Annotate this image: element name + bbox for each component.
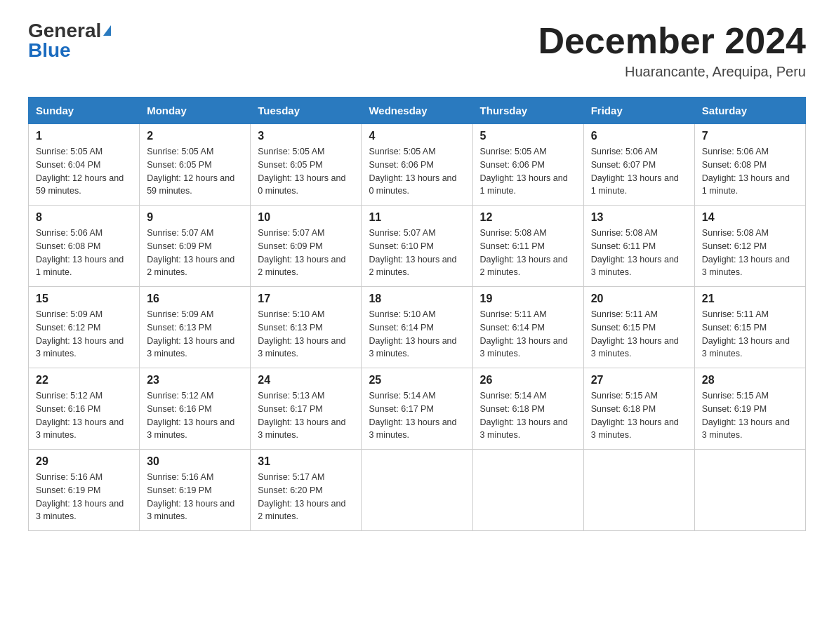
- calendar-cell: 15Sunrise: 5:09 AMSunset: 6:12 PMDayligh…: [29, 287, 140, 368]
- calendar-cell: 13Sunrise: 5:08 AMSunset: 6:11 PMDayligh…: [583, 206, 694, 287]
- weekday-header-friday: Friday: [583, 98, 694, 124]
- day-number: 18: [369, 293, 465, 305]
- day-number: 30: [147, 455, 243, 468]
- day-number: 15: [36, 293, 132, 305]
- calendar-cell: 10Sunrise: 5:07 AMSunset: 6:09 PMDayligh…: [251, 206, 362, 287]
- day-info: Sunrise: 5:16 AMSunset: 6:19 PMDaylight:…: [36, 471, 132, 523]
- calendar-cell: 23Sunrise: 5:12 AMSunset: 6:16 PMDayligh…: [140, 368, 251, 450]
- calendar-cell: 5Sunrise: 5:05 AMSunset: 6:06 PMDaylight…: [472, 124, 583, 206]
- day-info: Sunrise: 5:08 AMSunset: 6:11 PMDaylight:…: [480, 227, 576, 279]
- day-info: Sunrise: 5:09 AMSunset: 6:13 PMDaylight:…: [147, 308, 243, 361]
- day-number: 4: [369, 130, 465, 142]
- calendar-cell: 27Sunrise: 5:15 AMSunset: 6:18 PMDayligh…: [583, 368, 694, 450]
- day-number: 20: [591, 293, 687, 305]
- weekday-header-row: SundayMondayTuesdayWednesdayThursdayFrid…: [29, 98, 806, 124]
- calendar-cell: 2Sunrise: 5:05 AMSunset: 6:05 PMDaylight…: [140, 124, 251, 206]
- day-number: 10: [258, 211, 354, 224]
- day-info: Sunrise: 5:13 AMSunset: 6:17 PMDaylight:…: [258, 389, 354, 442]
- day-number: 1: [36, 130, 132, 142]
- calendar-cell: 12Sunrise: 5:08 AMSunset: 6:11 PMDayligh…: [472, 206, 583, 287]
- day-info: Sunrise: 5:09 AMSunset: 6:12 PMDaylight:…: [36, 308, 132, 361]
- day-number: 23: [147, 374, 243, 387]
- month-title: December 2024: [538, 21, 806, 61]
- day-info: Sunrise: 5:10 AMSunset: 6:14 PMDaylight:…: [369, 308, 465, 361]
- day-info: Sunrise: 5:05 AMSunset: 6:05 PMDaylight:…: [147, 145, 243, 198]
- calendar-cell: 26Sunrise: 5:14 AMSunset: 6:18 PMDayligh…: [472, 368, 583, 450]
- day-info: Sunrise: 5:12 AMSunset: 6:16 PMDaylight:…: [147, 389, 243, 442]
- day-info: Sunrise: 5:11 AMSunset: 6:15 PMDaylight:…: [591, 308, 687, 361]
- day-info: Sunrise: 5:06 AMSunset: 6:08 PMDaylight:…: [36, 227, 132, 279]
- logo-blue-row: Blue: [28, 41, 71, 60]
- logo-general-row: General: [28, 21, 111, 41]
- calendar-cell: 29Sunrise: 5:16 AMSunset: 6:19 PMDayligh…: [29, 450, 140, 531]
- day-info: Sunrise: 5:05 AMSunset: 6:06 PMDaylight:…: [369, 145, 465, 198]
- calendar-cell: 31Sunrise: 5:17 AMSunset: 6:20 PMDayligh…: [251, 450, 362, 531]
- day-number: 17: [258, 293, 354, 305]
- calendar-cell: 17Sunrise: 5:10 AMSunset: 6:13 PMDayligh…: [251, 287, 362, 368]
- weekday-header-monday: Monday: [140, 98, 251, 124]
- day-info: Sunrise: 5:11 AMSunset: 6:15 PMDaylight:…: [702, 308, 798, 361]
- calendar-week-row: 8Sunrise: 5:06 AMSunset: 6:08 PMDaylight…: [29, 206, 806, 287]
- day-number: 5: [480, 130, 576, 142]
- calendar-cell: 19Sunrise: 5:11 AMSunset: 6:14 PMDayligh…: [472, 287, 583, 368]
- day-number: 11: [369, 211, 465, 224]
- title-section: December 2024 Huarancante, Arequipa, Per…: [538, 21, 806, 80]
- day-number: 22: [36, 374, 132, 387]
- weekday-header-sunday: Sunday: [29, 98, 140, 124]
- calendar-cell: [362, 450, 472, 531]
- calendar-cell: [472, 450, 583, 531]
- day-info: Sunrise: 5:07 AMSunset: 6:09 PMDaylight:…: [258, 227, 354, 279]
- weekday-header-thursday: Thursday: [472, 98, 583, 124]
- calendar-cell: 30Sunrise: 5:16 AMSunset: 6:19 PMDayligh…: [140, 450, 251, 531]
- calendar-cell: 4Sunrise: 5:05 AMSunset: 6:06 PMDaylight…: [362, 124, 472, 206]
- calendar-week-row: 29Sunrise: 5:16 AMSunset: 6:19 PMDayligh…: [29, 450, 806, 531]
- day-info: Sunrise: 5:06 AMSunset: 6:07 PMDaylight:…: [591, 145, 687, 198]
- day-number: 9: [147, 211, 243, 224]
- day-info: Sunrise: 5:06 AMSunset: 6:08 PMDaylight:…: [702, 145, 798, 198]
- calendar-cell: 21Sunrise: 5:11 AMSunset: 6:15 PMDayligh…: [694, 287, 805, 368]
- day-number: 29: [36, 455, 132, 468]
- calendar-cell: [694, 450, 805, 531]
- calendar-cell: 7Sunrise: 5:06 AMSunset: 6:08 PMDaylight…: [694, 124, 805, 206]
- day-info: Sunrise: 5:08 AMSunset: 6:12 PMDaylight:…: [702, 227, 798, 279]
- calendar-cell: 16Sunrise: 5:09 AMSunset: 6:13 PMDayligh…: [140, 287, 251, 368]
- calendar-week-row: 15Sunrise: 5:09 AMSunset: 6:12 PMDayligh…: [29, 287, 806, 368]
- day-info: Sunrise: 5:16 AMSunset: 6:19 PMDaylight:…: [147, 471, 243, 523]
- day-info: Sunrise: 5:14 AMSunset: 6:17 PMDaylight:…: [369, 389, 465, 442]
- day-number: 31: [258, 455, 354, 468]
- calendar-cell: 11Sunrise: 5:07 AMSunset: 6:10 PMDayligh…: [362, 206, 472, 287]
- calendar-cell: 1Sunrise: 5:05 AMSunset: 6:04 PMDaylight…: [29, 124, 140, 206]
- calendar-cell: 9Sunrise: 5:07 AMSunset: 6:09 PMDaylight…: [140, 206, 251, 287]
- day-number: 12: [480, 211, 576, 224]
- logo: General Blue: [28, 21, 111, 60]
- day-number: 24: [258, 374, 354, 387]
- weekday-header-tuesday: Tuesday: [251, 98, 362, 124]
- day-info: Sunrise: 5:05 AMSunset: 6:04 PMDaylight:…: [36, 145, 132, 198]
- page-header: General Blue December 2024 Huarancante, …: [28, 21, 806, 80]
- day-number: 13: [591, 211, 687, 224]
- day-info: Sunrise: 5:11 AMSunset: 6:14 PMDaylight:…: [480, 308, 576, 361]
- day-number: 6: [591, 130, 687, 142]
- calendar-week-row: 1Sunrise: 5:05 AMSunset: 6:04 PMDaylight…: [29, 124, 806, 206]
- logo-triangle-icon: [103, 25, 111, 36]
- day-info: Sunrise: 5:15 AMSunset: 6:18 PMDaylight:…: [591, 389, 687, 442]
- day-number: 21: [702, 293, 798, 305]
- calendar-table: SundayMondayTuesdayWednesdayThursdayFrid…: [28, 97, 806, 531]
- calendar-cell: 14Sunrise: 5:08 AMSunset: 6:12 PMDayligh…: [694, 206, 805, 287]
- weekday-header-saturday: Saturday: [694, 98, 805, 124]
- calendar-cell: 24Sunrise: 5:13 AMSunset: 6:17 PMDayligh…: [251, 368, 362, 450]
- calendar-cell: 22Sunrise: 5:12 AMSunset: 6:16 PMDayligh…: [29, 368, 140, 450]
- day-number: 19: [480, 293, 576, 305]
- day-info: Sunrise: 5:12 AMSunset: 6:16 PMDaylight:…: [36, 389, 132, 442]
- day-info: Sunrise: 5:10 AMSunset: 6:13 PMDaylight:…: [258, 308, 354, 361]
- day-number: 28: [702, 374, 798, 387]
- day-info: Sunrise: 5:07 AMSunset: 6:10 PMDaylight:…: [369, 227, 465, 279]
- calendar-cell: 25Sunrise: 5:14 AMSunset: 6:17 PMDayligh…: [362, 368, 472, 450]
- day-info: Sunrise: 5:05 AMSunset: 6:06 PMDaylight:…: [480, 145, 576, 198]
- weekday-header-wednesday: Wednesday: [362, 98, 472, 124]
- day-info: Sunrise: 5:08 AMSunset: 6:11 PMDaylight:…: [591, 227, 687, 279]
- location-text: Huarancante, Arequipa, Peru: [538, 64, 806, 80]
- day-number: 16: [147, 293, 243, 305]
- day-number: 3: [258, 130, 354, 142]
- calendar-cell: 6Sunrise: 5:06 AMSunset: 6:07 PMDaylight…: [583, 124, 694, 206]
